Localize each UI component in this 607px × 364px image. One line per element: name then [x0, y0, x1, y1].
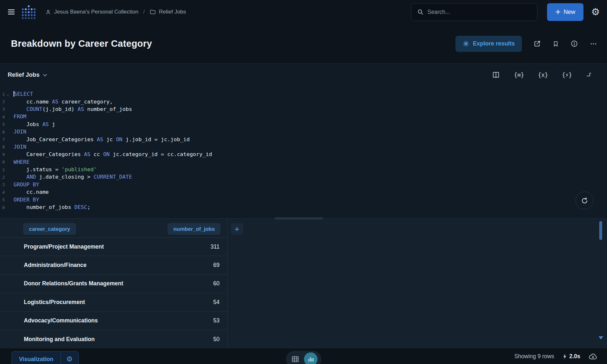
code-line: 13GROUP BY [2, 181, 607, 188]
visualization-settings-gear-icon[interactable]: ⚙ [61, 352, 78, 364]
fold-chevron-icon[interactable]: ⌄ [5, 92, 12, 96]
code-line: 15ORDER BY [2, 196, 607, 203]
data-reference-book-icon[interactable] [492, 71, 500, 79]
cell-career-category[interactable]: Advocacy/Communications [0, 317, 98, 324]
scrollbar-down-arrow-icon[interactable] [599, 336, 603, 339]
code-line: 4FROM [2, 113, 607, 120]
code-text: number_of_jobs DESC; [14, 204, 90, 210]
column-divider [227, 219, 228, 348]
cell-number-of-jobs[interactable]: 311 [210, 243, 227, 250]
title-bar: Breakdown by Career Category Explore res… [0, 24, 607, 64]
cell-career-category[interactable]: Logistics/Procurement [0, 299, 85, 306]
line-number: 3 [2, 105, 5, 113]
explore-results-label: Explore results [473, 40, 515, 47]
line-number: 5 [2, 121, 5, 128]
results-scrollbar[interactable] [599, 221, 602, 345]
breadcrumb-separator: / [143, 9, 145, 15]
table-row[interactable]: Program/Project Management311 [0, 238, 227, 256]
table-row[interactable]: Advocacy/Communications53 [0, 312, 227, 330]
cell-number-of-jobs[interactable]: 50 [213, 336, 227, 343]
code-line: 9 Career_Categories AS cc ON jc.category… [2, 151, 607, 158]
code-text: Career_Categories AS cc ON jc.category_i… [14, 151, 212, 157]
scrollbar-thumb[interactable] [599, 221, 602, 240]
settings-gear-icon[interactable]: ⚙ [591, 7, 600, 17]
cell-career-category[interactable]: Program/Project Management [0, 243, 104, 250]
table-row[interactable]: Logistics/Procurement54 [0, 293, 227, 311]
lightning-icon [563, 353, 567, 359]
code-line: 3 COUNT(j.job_id) AS number_of_jobs [2, 105, 607, 113]
table-row[interactable]: Administration/Finance69 [0, 256, 227, 274]
code-text: SELECT [14, 91, 33, 97]
cell-number-of-jobs[interactable]: 60 [213, 280, 227, 287]
cell-career-category[interactable]: Donor Relations/Grants Management [0, 280, 123, 287]
header: Jesus Baena's Personal Collection / Reli… [0, 0, 607, 24]
snippet-icon[interactable]: {≡} [514, 71, 524, 78]
format-query-icon[interactable]: {⚡} [562, 71, 572, 78]
code-line: 11 j.status = 'published' [2, 166, 607, 173]
line-number: 4 [2, 113, 5, 120]
sparkle-icon [463, 40, 469, 47]
table-view-button[interactable] [290, 354, 301, 364]
visualization-control: Visualization ⚙ [12, 351, 79, 364]
code-text: WHERE [14, 159, 30, 165]
hamburger-menu-icon[interactable] [7, 8, 15, 16]
code-text: cc.name AS career_category, [14, 99, 113, 105]
search-input[interactable] [427, 9, 531, 15]
toggle-editor-icon[interactable] [586, 71, 593, 78]
page-title: Breakdown by Career Category [11, 38, 152, 49]
cell-career-category[interactable]: Administration/Finance [0, 262, 86, 269]
metabase-logo[interactable] [21, 5, 37, 19]
line-number: 1 [2, 90, 5, 98]
share-external-link-icon[interactable] [534, 40, 541, 47]
code-line: 8JOIN [2, 143, 607, 151]
line-number: 16 [2, 203, 5, 211]
variable-icon[interactable]: {x} [538, 71, 548, 78]
line-number: 2 [2, 98, 5, 105]
cell-career-category[interactable]: Monitoring and Evaluation [0, 336, 95, 343]
code-text: FROM [14, 113, 26, 120]
breadcrumb: Jesus Baena's Personal Collection / Reli… [45, 9, 186, 15]
add-column-button[interactable]: + [231, 223, 243, 235]
line-number: 12 [2, 173, 5, 181]
new-button[interactable]: New [547, 3, 583, 21]
refresh-query-button[interactable] [575, 192, 593, 210]
display-toggle [286, 351, 321, 364]
panel-resize-handle[interactable] [275, 217, 323, 220]
source-name: Relief Jobs [8, 71, 40, 78]
database-source-selector[interactable]: Relief Jobs [8, 71, 47, 78]
code-text: cc.name [14, 189, 49, 195]
column-header-number-of-jobs[interactable]: number_of_jobs [168, 223, 220, 235]
line-number: 8 [2, 143, 5, 151]
editor-icons: {≡} {x} {⚡} [492, 71, 593, 79]
cell-number-of-jobs[interactable]: 53 [213, 317, 227, 324]
visualization-button[interactable]: Visualization [12, 352, 61, 364]
cell-number-of-jobs[interactable]: 54 [213, 299, 227, 306]
table-row[interactable]: Monitoring and Evaluation50 [0, 330, 227, 349]
chart-view-button[interactable] [304, 352, 318, 364]
bookmark-icon[interactable] [553, 40, 559, 47]
code-text: j.status = 'published' [14, 166, 97, 172]
app-root: Jesus Baena's Personal Collection / Reli… [0, 0, 607, 364]
code-line: 2 cc.name AS career_category, [2, 98, 607, 105]
results-section: career_category number_of_jobs + Program… [0, 218, 607, 348]
code-text: JOIN [14, 144, 26, 150]
code-line: 12 AND j.date_closing > CURRENT_DATE [2, 173, 607, 181]
more-options-ellipsis-icon[interactable] [590, 40, 597, 48]
table-row[interactable]: Donor Relations/Grants Management60 [0, 275, 227, 293]
column-header-career-category[interactable]: career_category [23, 223, 76, 235]
code-line: 14 cc.name [2, 188, 607, 196]
info-icon[interactable] [571, 40, 578, 47]
cloud-download-icon[interactable] [589, 353, 597, 360]
query-duration: 2.0s [563, 353, 580, 360]
person-icon [45, 9, 51, 15]
explore-results-button[interactable]: Explore results [455, 36, 522, 52]
new-button-label: New [564, 9, 575, 15]
code-text: JOIN [14, 129, 26, 135]
folder-icon [150, 9, 156, 15]
sql-code[interactable]: 1⌄SELECT2 cc.name AS career_category,3 C… [0, 86, 607, 211]
search-box[interactable] [411, 3, 537, 21]
breadcrumb-item[interactable]: Relief Jobs [159, 9, 186, 15]
cell-number-of-jobs[interactable]: 69 [213, 262, 227, 269]
breadcrumb-collection[interactable]: Jesus Baena's Personal Collection [54, 9, 138, 15]
code-text: ORDER BY [14, 197, 39, 203]
